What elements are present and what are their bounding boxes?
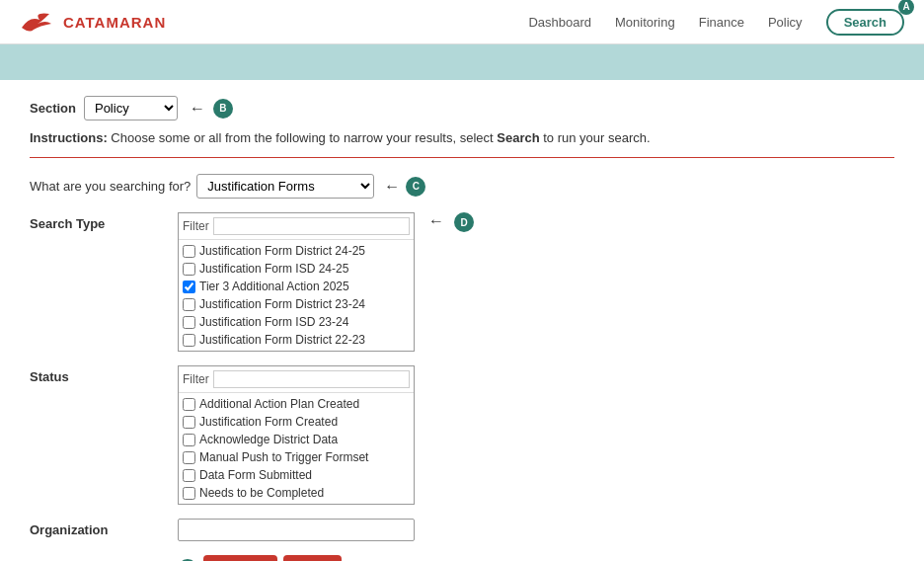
search-type-row: Search Type Filter Justification Form Di…: [30, 212, 894, 352]
list-item: Justification Form District 23-24: [183, 295, 410, 313]
nav-dashboard[interactable]: Dashboard: [528, 15, 591, 30]
instructions-prefix: Instructions:: [30, 130, 108, 145]
status-checkbox-2[interactable]: [183, 434, 195, 446]
logo-text: CATAMARAN: [63, 14, 166, 31]
logo-bird-icon: [20, 8, 55, 36]
list-item: Needs to be Completed: [183, 484, 410, 502]
search-type-checkbox-1[interactable]: [183, 263, 195, 276]
nav-policy[interactable]: Policy: [768, 15, 803, 30]
search-type-listbox-wrapper: Filter Justification Form District 24-25…: [178, 212, 415, 352]
status-filter-label: Filter: [183, 372, 209, 386]
list-item: Tier 3 Additional Action 2025: [183, 278, 410, 295]
nav: Dashboard Monitoring Finance Policy Sear…: [528, 9, 904, 36]
what-searching-arrow: ←: [384, 178, 400, 196]
button-group: E Search Clear: [178, 555, 342, 561]
list-item: Acknowledge District Data: [183, 431, 410, 448]
status-checkbox-0[interactable]: [183, 398, 195, 411]
status-listbox: Filter Additional Action Plan Created Ju…: [178, 365, 415, 505]
list-item: Justification Form District 22-23: [183, 331, 410, 349]
organization-input[interactable]: [178, 519, 415, 541]
teal-banner: [0, 44, 924, 80]
instructions: Instructions: Choose some or all from th…: [30, 130, 894, 158]
search-type-filter-row: Filter: [179, 213, 414, 240]
list-item: Justification Form Created: [183, 413, 410, 431]
status-filter-row: Filter: [179, 366, 414, 393]
status-checkbox-4[interactable]: [183, 469, 195, 482]
nav-search-button[interactable]: Search: [826, 9, 904, 36]
what-searching-label: What are you searching for?: [30, 179, 191, 194]
button-row: E Search Clear: [30, 555, 894, 561]
logo: CATAMARAN: [20, 8, 166, 36]
list-item: Manual Push to Trigger Formset: [183, 448, 410, 466]
search-type-checkbox-0[interactable]: [183, 245, 195, 258]
organization-row: Organization: [30, 519, 894, 541]
search-type-checkbox-4[interactable]: [183, 316, 195, 329]
status-list: Additional Action Plan Created Justifica…: [179, 393, 414, 504]
instructions-text: Choose some or all from the following to…: [111, 130, 497, 145]
search-type-list: Justification Form District 24-25 Justif…: [179, 240, 414, 351]
nav-monitoring[interactable]: Monitoring: [615, 15, 675, 30]
what-searching-row: What are you searching for? Justificatio…: [30, 174, 894, 199]
section-row: Section Policy Finance Monitoring ← B: [30, 96, 894, 120]
nav-finance[interactable]: Finance: [699, 15, 744, 30]
list-item: Data Form Submitted: [183, 466, 410, 484]
status-checkbox-5[interactable]: [183, 487, 195, 500]
instructions-suffix: to run your search.: [543, 130, 650, 145]
badge-c: C: [406, 177, 425, 197]
search-badge-wrapper: Search: [826, 9, 904, 36]
search-type-arrow: ←: [428, 212, 444, 230]
search-type-label: Search Type: [30, 212, 168, 231]
section-select[interactable]: Policy Finance Monitoring: [84, 96, 178, 120]
search-type-checkbox-3[interactable]: [183, 298, 195, 311]
header: CATAMARAN Dashboard Monitoring Finance P…: [0, 0, 924, 44]
instructions-search-word: Search: [497, 130, 539, 145]
badge-d: D: [454, 212, 474, 232]
search-button[interactable]: Search: [203, 555, 277, 561]
status-filter-input[interactable]: [213, 370, 410, 388]
status-checkbox-3[interactable]: [183, 451, 195, 464]
list-item: Justification Form District 24-25: [183, 242, 410, 260]
search-type-filter-label: Filter: [183, 219, 209, 233]
clear-button[interactable]: Clear: [283, 555, 342, 561]
search-type-listbox: Filter Justification Form District 24-25…: [178, 212, 415, 352]
section-arrow: ←: [190, 100, 205, 118]
status-checkbox-1[interactable]: [183, 416, 195, 429]
status-row: Status Filter Additional Action Plan Cre…: [30, 365, 894, 505]
section-label: Section: [30, 101, 76, 116]
main-content: Section Policy Finance Monitoring ← B In…: [0, 80, 924, 561]
search-type-checkbox-2[interactable]: [183, 280, 195, 293]
search-type-checkbox-5[interactable]: [183, 334, 195, 347]
status-label: Status: [30, 365, 168, 384]
organization-label: Organization: [30, 519, 168, 537]
list-item: Additional Action Plan Created: [183, 395, 410, 413]
what-searching-select[interactable]: Justification Forms Other Forms: [196, 174, 374, 199]
search-type-filter-input[interactable]: [213, 217, 410, 235]
badge-b: B: [213, 99, 233, 119]
list-item: Justification Form ISD 24-25: [183, 260, 410, 278]
list-item: Justification Form ISD 23-24: [183, 313, 410, 331]
button-spacer: [30, 555, 168, 559]
